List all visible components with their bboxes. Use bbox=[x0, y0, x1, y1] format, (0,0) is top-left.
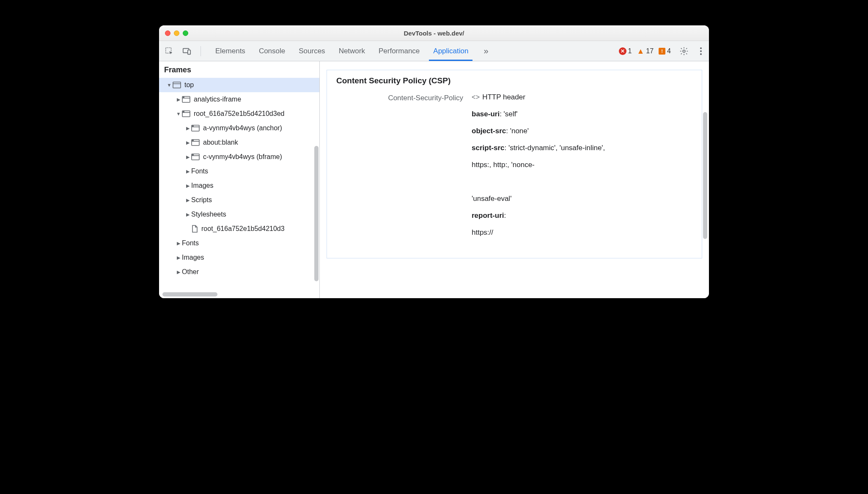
main-scrollbar-vertical[interactable] bbox=[703, 112, 707, 239]
tab-elements[interactable]: Elements bbox=[209, 41, 252, 61]
tab-network[interactable]: Network bbox=[332, 41, 372, 61]
disclosure-arrow-icon[interactable]: ▶ bbox=[185, 140, 190, 145]
tree-row[interactable]: ▶Fonts bbox=[159, 236, 319, 250]
disclosure-arrow-icon[interactable]: ▶ bbox=[185, 126, 190, 131]
tree-row-label: analytics-iframe bbox=[194, 96, 241, 103]
tree-row-label: Images bbox=[182, 254, 204, 261]
tree-row-label: a-vynmy4vb4wys (anchor) bbox=[203, 124, 282, 132]
csp-directive-line: base-uri: 'self' bbox=[472, 110, 692, 118]
sidebar-scrollbar-horizontal[interactable] bbox=[162, 292, 217, 296]
frame-icon bbox=[191, 125, 200, 132]
svg-point-3 bbox=[683, 50, 685, 52]
disclosure-arrow-icon[interactable]: ▶ bbox=[185, 183, 190, 189]
csp-directive-line: https:// bbox=[472, 228, 692, 237]
tab-sources[interactable]: Sources bbox=[292, 41, 332, 61]
titlebar: DevTools - web.dev/ bbox=[159, 25, 709, 41]
svg-rect-7 bbox=[173, 82, 181, 88]
csp-directive-line: object-src: 'none' bbox=[472, 127, 692, 135]
csp-directive-line: 'unsafe-eval' bbox=[472, 195, 692, 203]
warning-icon: ▲ bbox=[637, 47, 644, 55]
issues-count-value: 4 bbox=[667, 47, 671, 55]
disclosure-arrow-icon[interactable]: ▶ bbox=[185, 198, 190, 203]
tree-row[interactable]: ▶Images bbox=[159, 250, 319, 265]
inspect-element-icon[interactable] bbox=[163, 45, 175, 57]
error-count-value: 1 bbox=[628, 47, 632, 55]
tree-row-label: Scripts bbox=[191, 196, 212, 204]
tree-row[interactable]: root_616a752e1b5d4210d3 bbox=[159, 222, 319, 236]
doc-icon bbox=[191, 225, 198, 233]
panel-body: Frames ▼top▶analytics-iframe▼root_616a75… bbox=[159, 61, 709, 298]
tree-row-label: Fonts bbox=[191, 167, 208, 175]
tree-row[interactable]: ▶analytics-iframe bbox=[159, 92, 319, 107]
tree-row[interactable]: ▶Fonts bbox=[159, 164, 319, 178]
http-header-label: HTTP header bbox=[482, 93, 525, 102]
csp-directive-value: : 'strict-dynamic', 'unsafe-inline', bbox=[504, 144, 605, 152]
devtools-toolbar: Elements Console Sources Network Perform… bbox=[159, 41, 709, 61]
frame-icon bbox=[182, 110, 190, 117]
disclosure-arrow-icon[interactable]: ▶ bbox=[185, 154, 190, 160]
csp-directive-value: : 'none' bbox=[506, 127, 529, 135]
tree-row-label: about:blank bbox=[203, 139, 238, 146]
tree-row-label: root_616a752e1b5d4210d3ed bbox=[194, 110, 284, 118]
devtools-window: DevTools - web.dev/ Elements Console Sou… bbox=[159, 25, 709, 298]
svg-point-5 bbox=[700, 50, 702, 52]
tree-row-label: root_616a752e1b5d4210d3 bbox=[201, 225, 285, 233]
tab-application[interactable]: Application bbox=[426, 41, 475, 61]
disclosure-arrow-icon[interactable]: ▶ bbox=[176, 241, 181, 246]
tree-row-label: c-vynmy4vb4wys (bframe) bbox=[203, 153, 282, 161]
csp-directive-key: base-uri bbox=[472, 110, 500, 118]
disclosure-arrow-icon[interactable]: ▶ bbox=[185, 169, 190, 174]
tree-row[interactable]: ▶Images bbox=[159, 178, 319, 193]
error-icon: ✕ bbox=[619, 47, 626, 55]
frames-sidebar: Frames ▼top▶analytics-iframe▼root_616a75… bbox=[159, 61, 320, 298]
csp-panel-title: Content Security Policy (CSP) bbox=[327, 70, 702, 91]
frame-icon bbox=[182, 96, 190, 103]
tree-row[interactable]: ▶c-vynmy4vb4wys (bframe) bbox=[159, 150, 319, 164]
frame-icon bbox=[191, 139, 200, 146]
csp-directive-value: https:// bbox=[472, 228, 493, 236]
warning-count-value: 17 bbox=[646, 47, 654, 55]
warning-count[interactable]: ▲ 17 bbox=[637, 47, 654, 55]
csp-directive-line bbox=[472, 178, 692, 186]
csp-directive-value: : bbox=[504, 211, 506, 220]
tab-performance[interactable]: Performance bbox=[372, 41, 426, 61]
settings-button[interactable] bbox=[677, 47, 691, 56]
csp-panel: Content Security Policy (CSP) Content-Se… bbox=[327, 70, 702, 258]
tree-row[interactable]: ▼top bbox=[159, 78, 319, 92]
tree-row[interactable]: ▶Scripts bbox=[159, 193, 319, 207]
tree-row[interactable]: ▶Stylesheets bbox=[159, 207, 319, 222]
tree-row-label: Stylesheets bbox=[191, 211, 226, 218]
svg-rect-20 bbox=[192, 140, 193, 141]
tab-console[interactable]: Console bbox=[252, 41, 292, 61]
disclosure-arrow-icon[interactable]: ▶ bbox=[176, 269, 181, 275]
tree-row[interactable]: ▼root_616a752e1b5d4210d3ed bbox=[159, 107, 319, 121]
code-icon: < > bbox=[472, 93, 479, 101]
disclosure-arrow-icon[interactable]: ▶ bbox=[176, 97, 181, 102]
disclosure-arrow-icon[interactable]: ▼ bbox=[176, 111, 181, 116]
csp-directive-line: report-uri: bbox=[472, 211, 692, 220]
csp-directive-line: https:, http:, 'nonce- bbox=[472, 161, 692, 169]
disclosure-arrow-icon[interactable]: ▶ bbox=[176, 255, 181, 261]
disclosure-arrow-icon[interactable]: ▶ bbox=[185, 212, 190, 217]
issues-count[interactable]: ! 4 bbox=[659, 47, 671, 55]
device-toolbar-icon[interactable] bbox=[181, 45, 193, 57]
disclosure-arrow-icon[interactable]: ▼ bbox=[167, 82, 172, 88]
svg-rect-14 bbox=[183, 111, 184, 112]
csp-directive-value: 'unsafe-eval' bbox=[472, 195, 511, 203]
sidebar-scrollbar-vertical[interactable] bbox=[314, 146, 319, 281]
more-options-button[interactable] bbox=[697, 47, 705, 56]
status-counts: ✕ 1 ▲ 17 ! 4 bbox=[619, 47, 671, 55]
tree-row-label: Other bbox=[182, 268, 199, 276]
frames-tree: ▼top▶analytics-iframe▼root_616a752e1b5d4… bbox=[159, 78, 319, 279]
more-tabs-button[interactable]: » bbox=[481, 46, 490, 56]
csp-directive-line: script-src: 'strict-dynamic', 'unsafe-in… bbox=[472, 144, 692, 152]
error-count[interactable]: ✕ 1 bbox=[619, 47, 632, 55]
tree-row-label: Images bbox=[191, 182, 213, 189]
tree-row[interactable]: ▶a-vynmy4vb4wys (anchor) bbox=[159, 121, 319, 135]
csp-directive-key: object-src bbox=[472, 127, 506, 135]
csp-directive-key: report-uri bbox=[472, 211, 504, 220]
tree-row[interactable]: ▶Other bbox=[159, 265, 319, 279]
svg-point-6 bbox=[700, 53, 702, 55]
tree-row[interactable]: ▶about:blank bbox=[159, 135, 319, 150]
window-title: DevTools - web.dev/ bbox=[159, 30, 709, 37]
